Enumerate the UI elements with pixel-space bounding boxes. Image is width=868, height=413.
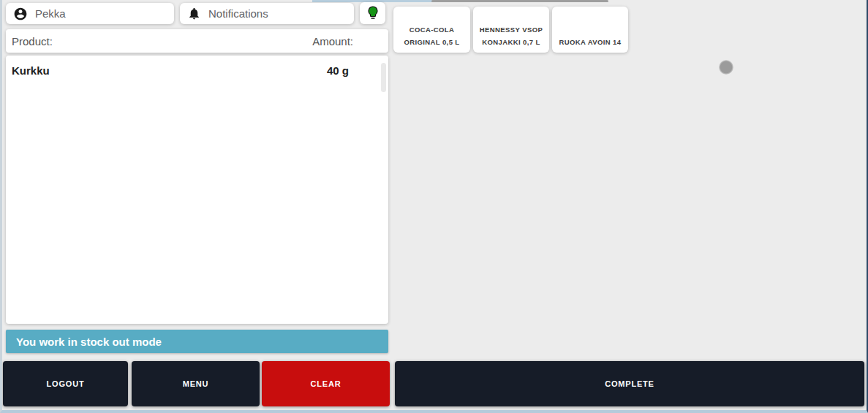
- account-circle-icon: [13, 7, 28, 21]
- product-card-line: ORIGINAL 0,5 L: [393, 36, 470, 48]
- stock-mode-banner-text: You work in stock out mode: [16, 336, 162, 348]
- lightbulb-icon: [366, 6, 380, 20]
- product-card-line: KONJAKKI 0,7 L: [473, 36, 549, 48]
- notifications-label: Notifications: [208, 7, 268, 20]
- menu-button[interactable]: MENU: [132, 361, 260, 406]
- product-column-header: Product:: [12, 35, 53, 48]
- product-card-coca-cola[interactable]: COCA-COLA ORIGINAL 0,5 L: [393, 7, 470, 53]
- order-list-row[interactable]: Kurkku 40 g: [6, 56, 388, 86]
- stock-mode-banner: You work in stock out mode: [6, 330, 388, 353]
- pos-app-window: Pekka Notifications Product: Amount: Kur…: [0, 0, 868, 413]
- notifications-button[interactable]: Notifications: [180, 3, 354, 24]
- product-card-ruoka-avoin[interactable]: RUOKA AVOIN 14: [552, 7, 628, 53]
- logout-button[interactable]: LOGOUT: [3, 361, 128, 406]
- product-card-line: RUOKA AVOIN 14: [552, 36, 628, 48]
- complete-button[interactable]: COMPLETE: [395, 361, 864, 406]
- amount-column-header: Amount:: [312, 35, 353, 48]
- product-card-line: COCA-COLA: [393, 23, 470, 36]
- list-scrollbar-thumb[interactable]: [381, 63, 386, 92]
- order-list-header: Product: Amount:: [6, 29, 388, 53]
- user-button[interactable]: Pekka: [6, 3, 174, 24]
- top-scrollbar[interactable]: [431, 0, 608, 2]
- user-name-label: Pekka: [35, 7, 66, 20]
- product-card-line: HENNESSY VSOP: [473, 23, 549, 36]
- status-dot: [719, 60, 733, 75]
- bell-icon: [187, 7, 201, 20]
- clear-button[interactable]: CLEAR: [262, 361, 390, 406]
- order-product-name: Kurkku: [12, 64, 50, 77]
- product-card-hennessy[interactable]: HENNESSY VSOP KONJAKKI 0,7 L: [473, 7, 549, 53]
- order-list: Kurkku 40 g: [6, 56, 388, 324]
- stock-mode-toggle-button[interactable]: [360, 2, 385, 24]
- order-product-amount: 40 g: [327, 64, 349, 77]
